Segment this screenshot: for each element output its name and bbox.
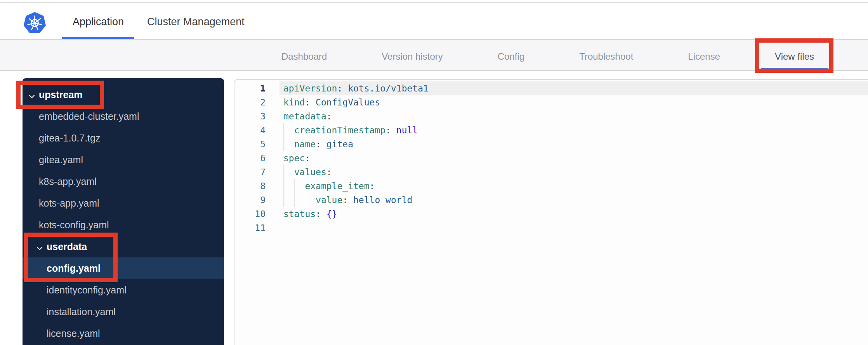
- indent-guide: [283, 123, 294, 137]
- tree-item-config-yaml[interactable]: config.yaml: [23, 257, 224, 279]
- tree-item-gitea-1-0-7-tgz[interactable]: gitea-1.0.7.tgz: [23, 127, 224, 149]
- subnav-item-config[interactable]: Config: [484, 40, 538, 70]
- subnav-item-label: License: [688, 51, 720, 62]
- active-subnav-underline: [761, 68, 828, 70]
- file-tree-sidebar: upstreamembedded-cluster.yamlgitea-1.0.7…: [23, 78, 224, 345]
- line-number: 2: [234, 95, 266, 109]
- line-number: 8: [234, 179, 266, 193]
- code-content: name: gitea: [279, 137, 868, 151]
- file-label: kots-app.yaml: [39, 198, 99, 209]
- subnav-item-view-files[interactable]: View files: [761, 40, 828, 70]
- code-content: kind: ConfigValues: [279, 95, 868, 109]
- line-number: 3: [234, 109, 266, 123]
- top-navigation-bar: Application Cluster Management: [0, 0, 868, 40]
- indent-guide: [294, 193, 305, 207]
- line-number: 7: [234, 165, 266, 179]
- subnav-item-label: Troubleshoot: [579, 51, 633, 62]
- code-line-4: 4creationTimestamp: null: [234, 123, 868, 137]
- tree-item-userdata[interactable]: userdata: [23, 236, 224, 257]
- tab-cluster-management[interactable]: Cluster Management: [137, 0, 255, 39]
- tree-item-installation-yaml[interactable]: installation.yaml: [23, 301, 224, 323]
- chevron-down-icon: [36, 243, 43, 250]
- line-number: 5: [234, 137, 266, 151]
- code-content: apiVersion: kots.io/v1beta1: [279, 81, 868, 95]
- file-label: embedded-cluster.yaml: [39, 111, 139, 122]
- tree-item-license-yaml[interactable]: license.yaml: [23, 323, 224, 344]
- folder-label: userdata: [47, 241, 87, 252]
- subnav-item-label: Config: [498, 51, 524, 62]
- code-line-9: 9value: hello world: [234, 193, 868, 207]
- subnav-item-label: Dashboard: [281, 51, 327, 62]
- code-line-3: 3metadata:: [234, 109, 868, 123]
- code-line-5: 5name: gitea: [234, 137, 868, 151]
- active-tab-underline: [62, 37, 134, 39]
- subnav-item-label: Version history: [382, 51, 443, 62]
- code-content: example_item:: [279, 179, 868, 193]
- file-label: kots-config.yaml: [39, 219, 109, 231]
- line-number: 10: [234, 207, 266, 221]
- tree-item-embedded-cluster-yaml[interactable]: embedded-cluster.yaml: [23, 105, 224, 127]
- code-line-7: 7values:: [234, 165, 868, 179]
- file-label: gitea.yaml: [39, 154, 83, 166]
- subnav-item-license[interactable]: License: [674, 40, 734, 70]
- line-number: 4: [234, 123, 266, 137]
- secondary-nav: DashboardVersion historyConfigTroublesho…: [0, 40, 868, 71]
- code-content: spec:: [279, 151, 868, 165]
- tab-cluster-management-label: Cluster Management: [147, 16, 245, 28]
- code-content: creationTimestamp: null: [279, 123, 868, 137]
- tree-item-identityconfig-yaml[interactable]: identityconfig.yaml: [23, 279, 224, 301]
- kots-admin-console: Application Cluster Management Dashboard…: [0, 0, 868, 345]
- subnav-item-version-history[interactable]: Version history: [368, 40, 456, 70]
- folder-label: upstream: [39, 89, 83, 100]
- line-number: 11: [234, 221, 266, 235]
- code-line-8: 8example_item:: [234, 179, 868, 193]
- code-content: values:: [279, 165, 868, 179]
- code-line-1: 1apiVersion: kots.io/v1beta1: [234, 81, 868, 95]
- tree-item-k8s-app-yaml[interactable]: k8s-app.yaml: [23, 171, 224, 192]
- code-line-11: 11: [234, 221, 868, 235]
- line-number: 6: [234, 151, 266, 165]
- tab-application[interactable]: Application: [62, 0, 134, 39]
- tree-item-upstream[interactable]: upstream: [23, 84, 224, 105]
- indent-guide: [283, 179, 294, 193]
- code-line-2: 2kind: ConfigValues: [234, 95, 868, 109]
- tab-application-label: Application: [73, 16, 124, 28]
- line-number: 1: [234, 81, 266, 95]
- file-label: config.yaml: [47, 263, 101, 274]
- subnav-item-troubleshoot[interactable]: Troubleshoot: [566, 40, 647, 70]
- file-label: gitea-1.0.7.tgz: [39, 133, 100, 144]
- code-line-10: 10status: {}: [234, 207, 868, 221]
- code-content: [279, 221, 868, 235]
- code-content: value: hello world: [279, 193, 868, 207]
- file-label: k8s-app.yaml: [39, 176, 97, 187]
- indent-guide: [294, 179, 305, 193]
- code-line-6: 6spec:: [234, 151, 868, 165]
- file-label: license.yaml: [47, 328, 100, 339]
- kubernetes-logo-icon: [24, 12, 46, 34]
- file-label: identityconfig.yaml: [47, 285, 127, 296]
- tree-item-gitea-yaml[interactable]: gitea.yaml: [23, 149, 224, 171]
- subnav-item-dashboard[interactable]: Dashboard: [268, 40, 340, 70]
- indent-guide: [283, 193, 294, 207]
- chevron-down-icon: [28, 91, 35, 98]
- code-content: metadata:: [279, 109, 868, 123]
- file-label: installation.yaml: [47, 306, 116, 317]
- line-number: 9: [234, 193, 266, 207]
- yaml-editor[interactable]: 1apiVersion: kots.io/v1beta12kind: Confi…: [234, 79, 868, 345]
- code-content: status: {}: [279, 207, 868, 221]
- indent-guide: [305, 193, 316, 207]
- subnav-item-label: View files: [775, 51, 814, 62]
- main-tabs: Application Cluster Management: [62, 0, 255, 39]
- tree-item-kots-config-yaml[interactable]: kots-config.yaml: [23, 214, 224, 236]
- tree-item-kots-app-yaml[interactable]: kots-app.yaml: [23, 192, 224, 214]
- indent-guide: [283, 165, 294, 179]
- indent-guide: [283, 137, 294, 151]
